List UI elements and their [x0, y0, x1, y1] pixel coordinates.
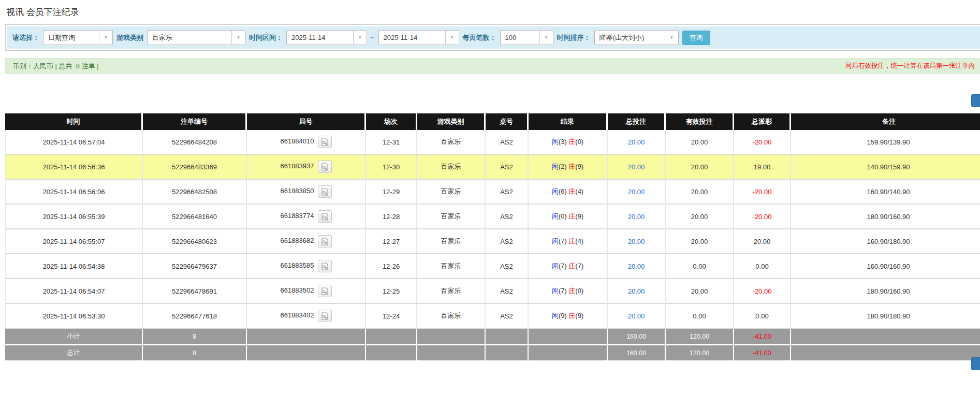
- cell-remark: 140.90/159.90: [791, 155, 980, 180]
- cell-valid-bet: 20.00: [666, 279, 734, 304]
- cell-remark: 159.90/139.90: [791, 130, 980, 155]
- cell-session: 12-26: [366, 254, 417, 279]
- cell-valid-bet: 20.00: [666, 130, 734, 155]
- cell-table-no: AS2: [486, 155, 529, 180]
- cell-time: 2025-11-14 06:54:07: [5, 279, 143, 304]
- date-from-select[interactable]: 2025-11-14 ▼: [286, 30, 367, 45]
- total-bet-link[interactable]: 20.00: [628, 138, 645, 146]
- video-replay-button[interactable]: [318, 136, 332, 148]
- cell-total-bet: 20.00: [608, 254, 666, 279]
- video-replay-button[interactable]: [318, 210, 332, 223]
- result-player-label: 闲: [552, 287, 559, 295]
- column-header: 注单编号: [143, 113, 247, 130]
- cell-total-bet: 20.00: [608, 155, 666, 180]
- round-id-text: 661883585: [280, 261, 314, 269]
- cell-result: 闲(9) 庄(9): [529, 304, 608, 329]
- summary-bar: 币别：人民币 | 总共 :8 注单 | 同局有效投注，统一计算在该局第一张注单内: [5, 58, 980, 74]
- total-bet-link[interactable]: 20.00: [628, 263, 645, 270]
- cell-time: 2025-11-14 06:55:07: [5, 229, 143, 254]
- cell-round-id: 661883502: [247, 279, 366, 304]
- filter-panel: 请选择： 日期查询 ▼ 游戏类别 百家乐 ▼ 时间区间： 2025-11-14 …: [5, 24, 980, 51]
- total-bet-link[interactable]: 20.00: [628, 312, 645, 320]
- game-type-select[interactable]: 百家乐 ▼: [147, 30, 245, 45]
- date-to-select[interactable]: 2025-11-14 ▼: [378, 30, 459, 45]
- currency-total-text: 币别：人民币 | 总共 :8 注单 |: [13, 62, 99, 71]
- total-valid-bet: 120.00: [666, 345, 734, 362]
- query-button[interactable]: 查询: [682, 31, 710, 45]
- cell-remark: 180.90/160.90: [791, 205, 980, 229]
- cell-game-type: 百家乐: [417, 205, 486, 229]
- cell-game-type: 百家乐: [417, 229, 486, 254]
- page-size-select[interactable]: 100 ▼: [500, 30, 553, 45]
- bet-records-table: 时间注单编号局号场次游戏类别桌号结果总投注有效投注总派彩备注 2025-11-1…: [5, 113, 980, 362]
- total-bet-link[interactable]: 20.00: [628, 287, 645, 295]
- cell-game-type: 百家乐: [417, 254, 486, 279]
- cell-session: 12-29: [366, 180, 417, 205]
- cell-payout: 0.00: [734, 254, 791, 279]
- date-from-value: 2025-11-14: [287, 31, 353, 45]
- cell-result: 闲(0) 庄(9): [529, 205, 608, 229]
- total-label: 总计: [5, 345, 143, 362]
- cell-round-id: 661883774: [247, 205, 366, 229]
- column-header: 总投注: [608, 113, 666, 130]
- result-player-label: 闲: [552, 187, 559, 195]
- video-icon: [321, 213, 328, 221]
- video-icon: [321, 263, 328, 270]
- sort-select[interactable]: 降幂(由大到小) ▼: [594, 30, 679, 45]
- cell-valid-bet: 20.00: [666, 229, 734, 254]
- round-id-text: 661883850: [280, 187, 314, 195]
- cell-bet-id: 522966478691: [143, 279, 247, 304]
- total-bet-link[interactable]: 20.00: [628, 163, 645, 171]
- total-bet-link[interactable]: 20.00: [628, 213, 645, 221]
- cell-session: 12-31: [366, 130, 417, 155]
- chevron-down-icon: ▼: [99, 31, 112, 45]
- result-banker-value: (4): [575, 187, 583, 195]
- cell-session: 12-27: [366, 229, 417, 254]
- cell-remark: 160.90/180.90: [791, 229, 980, 254]
- column-header: 游戏类别: [417, 113, 486, 130]
- date-type-select-value: 日期查询: [43, 31, 99, 45]
- video-replay-button[interactable]: [318, 310, 332, 322]
- cell-bet-id: 522966484208: [143, 130, 247, 155]
- video-replay-button[interactable]: [318, 185, 332, 198]
- cell-table-no: AS2: [486, 304, 529, 329]
- subtotal-count: 8: [143, 329, 247, 345]
- cell-result: 闲(7) 庄(7): [529, 254, 608, 279]
- pagination-button-bottom-partial[interactable]: [971, 357, 980, 370]
- total-bet-link[interactable]: 20.00: [628, 188, 645, 196]
- cell-result: 闲(3) 庄(0): [529, 130, 608, 155]
- cell-round-id: 661883682: [247, 229, 366, 254]
- result-player-label: 闲: [552, 138, 559, 146]
- cell-table-no: AS2: [486, 229, 529, 254]
- cell-payout: 0.00: [734, 304, 791, 329]
- chevron-down-icon: ▼: [353, 31, 367, 45]
- cell-time: 2025-11-14 06:54:38: [5, 254, 143, 279]
- pagination-button-top-partial[interactable]: [971, 94, 980, 107]
- result-player-value: (7): [559, 262, 567, 270]
- result-banker-value: (7): [575, 262, 583, 270]
- cell-valid-bet: 20.00: [666, 205, 734, 229]
- cell-payout: -20.00: [734, 130, 791, 155]
- video-replay-button[interactable]: [318, 285, 332, 297]
- chevron-down-icon: ▼: [231, 31, 245, 45]
- table-row: 2025-11-14 06:54:07522966478691661883502…: [5, 279, 980, 304]
- table-row: 2025-11-14 06:55:07522966480623661883682…: [5, 229, 980, 254]
- result-player-label: 闲: [552, 312, 559, 319]
- cell-total-bet: 20.00: [608, 304, 666, 329]
- total-total-bet: 160.00: [608, 345, 666, 362]
- video-replay-button[interactable]: [318, 235, 332, 248]
- cell-remark: 180.90/180.90: [791, 304, 980, 329]
- column-header: 时间: [5, 113, 143, 130]
- result-banker-label: 庄: [568, 262, 575, 270]
- video-replay-button[interactable]: [318, 161, 332, 173]
- date-type-select[interactable]: 日期查询 ▼: [43, 30, 113, 45]
- total-bet-link[interactable]: 20.00: [628, 238, 645, 245]
- result-player-label: 闲: [552, 163, 559, 170]
- result-banker-label: 庄: [568, 237, 575, 245]
- cell-time: 2025-11-14 06:57:04: [5, 130, 143, 155]
- cell-valid-bet: 20.00: [666, 155, 734, 180]
- round-id-text: 661883937: [280, 162, 314, 170]
- cell-payout: -20.00: [734, 279, 791, 304]
- video-replay-button[interactable]: [318, 260, 332, 272]
- result-banker-value: (0): [575, 287, 583, 295]
